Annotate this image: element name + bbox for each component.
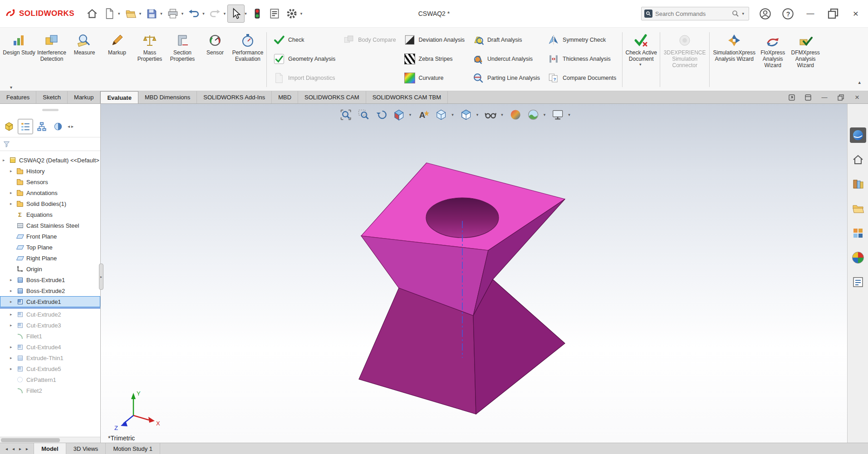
expander-icon[interactable]: ▸ [10, 323, 15, 327]
select-dropdown-icon[interactable]: ▾ [245, 11, 247, 16]
design-study-button[interactable]: Design Study [3, 29, 35, 91]
document-recovery-button[interactable] [850, 274, 866, 290]
doc-minimize-button[interactable]: — [820, 93, 829, 102]
doc-window-float-icon[interactable] [804, 93, 813, 102]
sensor-button[interactable]: Sensor [199, 29, 231, 91]
expander-icon[interactable]: ▸ [10, 299, 15, 304]
expander-icon[interactable]: ▸ [10, 278, 15, 282]
tree-item-solid-bodies[interactable]: ▸ Solid Bodies(1) [0, 198, 100, 209]
3d-views-tab[interactable]: 3D Views [66, 443, 106, 454]
view-orientation-button[interactable] [434, 107, 448, 122]
hide-show-items-button[interactable] [483, 107, 498, 122]
tree-item-cut-extrude5[interactable]: ▸ Cut-Extrude5 [0, 363, 100, 374]
body-compare-button[interactable]: Body Compare [339, 30, 399, 49]
hide-show-items-dropdown-icon[interactable]: ▾ [501, 112, 503, 117]
tree-item-right-plane[interactable]: Right Plane [0, 253, 100, 264]
expander-icon[interactable]: ▸ [10, 356, 15, 360]
expander-icon[interactable]: ▸ [10, 190, 15, 195]
section-view-button[interactable] [392, 107, 406, 122]
expander-icon[interactable]: ▸ [10, 288, 15, 293]
minimize-button[interactable]: — [804, 7, 817, 20]
3dexperience-pane-button[interactable] [850, 127, 866, 143]
compare-documents-button[interactable]: ? Compare Documents [544, 68, 620, 88]
redo-dropdown-icon[interactable]: ▾ [224, 11, 226, 16]
tab-evaluate[interactable]: Evaluate [100, 91, 138, 103]
appearances-button[interactable] [850, 250, 866, 265]
options-dropdown-icon[interactable]: ▾ [300, 11, 303, 16]
search-commands-box[interactable]: ▾ [641, 7, 749, 20]
performance-evaluation-button[interactable]: Performance Evaluation [231, 29, 264, 91]
tab-solidworks-add-ins[interactable]: SOLIDWORKS Add-Ins [197, 91, 272, 103]
redo-button[interactable] [206, 5, 224, 23]
save-dropdown-icon[interactable]: ▾ [160, 11, 162, 16]
tree-item-cut-extrude2[interactable]: ▸ Cut-Extrude2 [0, 309, 100, 320]
floxpress-wizard-button[interactable]: FloXpress Analysis Wizard [756, 29, 789, 91]
panel-tab-scroll-left-icon[interactable]: ◂ [68, 124, 70, 129]
import-diagnostics-button[interactable]: Import Diagnostics [269, 68, 339, 88]
tab-features[interactable]: Features [0, 91, 36, 103]
tree-item-top-plane[interactable]: Top Plane [0, 242, 100, 253]
panel-grip[interactable] [0, 104, 100, 116]
model-lower-right-face[interactable] [473, 279, 565, 414]
thickness-analysis-button[interactable]: Thickness Analysis [544, 49, 620, 68]
deviation-analysis-button[interactable]: Deviation Analysis [400, 30, 468, 49]
print-button[interactable] [164, 5, 181, 23]
motion-study-tab[interactable]: Motion Study 1 [106, 443, 160, 454]
tree-item-boss-extrude2[interactable]: ▸ Boss-Extrude2 [0, 285, 100, 296]
tree-item-equations[interactable]: Σ Equations [0, 209, 100, 220]
markup-button[interactable]: Markup [101, 29, 133, 91]
doc-close-button[interactable]: × [853, 93, 862, 102]
design-library-button[interactable] [850, 176, 866, 192]
zoom-to-fit-button[interactable] [338, 107, 353, 122]
symmetry-check-button[interactable]: Symmetry Check [544, 30, 620, 49]
interference-detection-button[interactable]: Interference Detection [35, 29, 68, 91]
dfmxpress-wizard-button[interactable]: DFMXpress Analysis Wizard [789, 29, 822, 91]
previous-view-button[interactable] [374, 107, 388, 122]
ribbon-collapse-icon[interactable]: ▴ [858, 79, 861, 85]
tree-root-item[interactable]: ▸ CSWAQ2 (Default) <<Default> [0, 155, 100, 166]
apply-scene-button[interactable] [526, 107, 540, 122]
tree-item-origin[interactable]: Origin [0, 264, 100, 274]
expander-icon[interactable]: ▸ [10, 312, 15, 317]
feature-manager-tab[interactable] [18, 119, 33, 134]
search-commands-input[interactable] [655, 10, 729, 17]
tree-item-cirpattern1[interactable]: CirPattern1 [0, 374, 100, 385]
home-button[interactable] [83, 5, 101, 23]
view-settings-dropdown-icon[interactable]: ▾ [568, 112, 570, 117]
zoom-to-area-button[interactable] [356, 107, 371, 122]
lifecycle-status-button[interactable] [249, 5, 266, 23]
ribbon-overflow-icon[interactable]: ▾ [10, 85, 12, 90]
expander-icon[interactable]: ▸ [3, 158, 8, 162]
display-style-button[interactable] [459, 107, 473, 122]
draft-analysis-button[interactable]: Draft Analysis [468, 30, 544, 49]
tree-item-cut-extrude4[interactable]: ▸ Cut-Extrude4 [0, 342, 100, 352]
restore-button[interactable] [826, 7, 840, 20]
orientation-triad[interactable]: Y X Z [111, 386, 165, 432]
parting-line-analysis-button[interactable]: Parting Line Analysis [468, 68, 544, 88]
check-button[interactable]: Check [269, 30, 339, 49]
edit-appearance-button[interactable] [508, 107, 523, 122]
apply-scene-dropdown-icon[interactable]: ▾ [544, 112, 546, 117]
options-button[interactable] [283, 5, 300, 23]
doc-restore-button[interactable] [836, 93, 845, 102]
rollback-bar[interactable] [0, 308, 100, 308]
view-orientation-dropdown-icon[interactable]: ▾ [451, 112, 454, 117]
open-dropdown-icon[interactable]: ▾ [139, 11, 142, 16]
display-manager-tab[interactable] [50, 119, 66, 134]
measure-button[interactable]: Measure [68, 29, 101, 91]
section-properties-button[interactable]: Section Properties [166, 29, 199, 91]
tree-item-annotations[interactable]: ▸ Annotations [0, 187, 100, 198]
tree-item-cut-extrude1[interactable]: ▸ Cut-Extrude1 [0, 296, 100, 307]
new-document-button[interactable] [101, 5, 118, 23]
model-tab[interactable]: Model [34, 443, 66, 454]
filter-icon[interactable] [3, 140, 10, 148]
tab-sketch[interactable]: Sketch [36, 91, 68, 103]
file-explorer-button[interactable] [850, 201, 866, 216]
print-dropdown-icon[interactable]: ▾ [181, 11, 184, 16]
check-active-document-dropdown-icon[interactable]: ▾ [639, 62, 642, 67]
tab-mbd[interactable]: MBD [272, 91, 298, 103]
simulationxpress-wizard-button[interactable]: SimulationXpress Analysis Wizard [712, 29, 756, 91]
tree-item-sensors[interactable]: Sensors [0, 176, 100, 187]
scroll-first-icon[interactable]: ◂ [5, 446, 8, 451]
help-button[interactable]: ? [781, 7, 794, 20]
